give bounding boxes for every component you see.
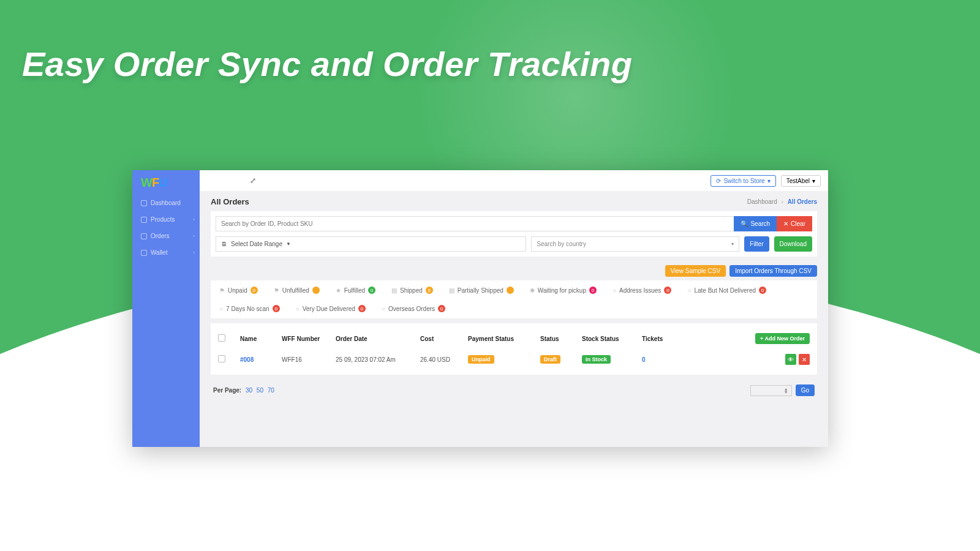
- status-filter-unfulfilled[interactable]: Unfulfilled: [274, 287, 320, 294]
- search-button-label: Search: [750, 220, 770, 227]
- status-count-badge: 0: [251, 287, 258, 294]
- chevron-right-icon: ›: [193, 233, 195, 239]
- truck-icon: [449, 287, 454, 294]
- ring-icon: [612, 287, 616, 294]
- status-filter-shipped[interactable]: Shipped0: [391, 287, 433, 294]
- status-label: Very Due Delivered: [303, 305, 355, 312]
- status-filter-very-due-delivered[interactable]: Very Due Delivered0: [296, 305, 366, 312]
- status-filter-unpaid[interactable]: Unpaid0: [219, 287, 258, 294]
- status-label: Partially Shipped: [458, 287, 503, 294]
- status-label: Address Issues: [619, 287, 661, 294]
- ring-icon: [296, 305, 300, 312]
- col-status: Status: [540, 335, 577, 342]
- refresh-icon: ⟳: [716, 178, 721, 184]
- status-filter-panel: Unpaid0UnfulfilledFulfilled0Shipped0Part…: [211, 280, 817, 318]
- stepper-icon[interactable]: ▲▼: [784, 388, 788, 394]
- sidebar-item-wallet[interactable]: Wallet›: [132, 244, 200, 261]
- add-order-button[interactable]: + Add New Order: [755, 333, 810, 344]
- status-filter-late-but-not-delivered[interactable]: Late But Not Delivered0: [687, 287, 766, 294]
- breadcrumb: Dashboard › All Orders: [747, 198, 817, 205]
- status-label: Shipped: [400, 287, 423, 294]
- app-logo: WFU: [132, 170, 200, 195]
- breadcrumb-root[interactable]: Dashboard: [747, 198, 777, 205]
- close-icon: ✕: [783, 220, 788, 227]
- sidebar-item-products[interactable]: Products›: [132, 211, 200, 228]
- flag-icon: [219, 287, 225, 294]
- clear-button-label: Clear: [791, 220, 805, 227]
- ring-icon: [219, 305, 223, 312]
- page-size-70[interactable]: 70: [268, 387, 274, 394]
- download-button[interactable]: Download: [774, 236, 812, 252]
- view-order-button[interactable]: 👁: [785, 354, 796, 365]
- date-range-select[interactable]: 🗎 Select Date Range ▼: [216, 236, 526, 252]
- delete-order-button[interactable]: ✕: [799, 354, 810, 365]
- sidebar-item-dashboard[interactable]: Dashboard: [132, 195, 200, 211]
- sidebar-item-label: Orders: [151, 233, 170, 239]
- status-count-badge: 0: [273, 305, 280, 312]
- fullscreen-icon[interactable]: ⤢: [250, 176, 256, 185]
- order-cost: 26.40 USD: [420, 356, 463, 363]
- orders-table: Name WFF Number Order Date Cost Payment …: [211, 323, 817, 375]
- search-input[interactable]: [216, 216, 734, 231]
- breadcrumb-current: All Orders: [788, 198, 817, 205]
- sidebar-item-orders[interactable]: Orders›: [132, 228, 200, 244]
- main-content: ⤢ ⟳ Switch to Store ▾ TestAbel ▾ All Ord…: [200, 170, 828, 447]
- truck-icon: [391, 287, 397, 294]
- per-page-label: Per Page:: [213, 387, 241, 394]
- chevron-right-icon: ›: [193, 250, 195, 255]
- go-button[interactable]: Go: [796, 384, 815, 396]
- page-number-input[interactable]: ▲▼: [750, 385, 792, 396]
- switch-store-button[interactable]: ⟳ Switch to Store ▾: [710, 175, 775, 187]
- status-count-badge: 0: [438, 305, 445, 312]
- row-checkbox[interactable]: [218, 355, 225, 362]
- status-count-badge: 0: [368, 287, 375, 294]
- status-count-badge: 0: [426, 287, 433, 294]
- country-select[interactable]: Search by country ▾: [531, 236, 739, 252]
- status-filter-fulfilled[interactable]: Fulfilled0: [336, 287, 375, 294]
- filter-button[interactable]: Filter: [744, 236, 769, 252]
- nav-icon: [141, 217, 147, 223]
- page-header: All Orders Dashboard › All Orders: [200, 191, 828, 211]
- sidebar-item-label: Wallet: [151, 249, 167, 256]
- order-name-link[interactable]: #008: [240, 356, 277, 363]
- pagination: Per Page: 30 50 70 ▲▼ Go: [211, 380, 817, 401]
- status-filter-partially-shipped[interactable]: Partially Shipped: [449, 287, 514, 294]
- chevron-down-icon: ▾: [731, 241, 734, 247]
- clear-button[interactable]: ✕ Clear: [777, 216, 812, 231]
- status-filter-overseas-orders[interactable]: Overseas Orders0: [382, 305, 445, 312]
- select-all-checkbox[interactable]: [218, 334, 225, 342]
- tickets-link[interactable]: 0: [642, 356, 691, 363]
- hero-title: Easy Order Sync and Order Tracking: [22, 44, 632, 84]
- search-button[interactable]: 🔍 Search: [734, 216, 777, 231]
- logo-part-1: W: [141, 176, 152, 190]
- status-count-badge: 0: [589, 287, 597, 294]
- page-size-30[interactable]: 30: [246, 387, 252, 394]
- status-badge: Draft: [540, 355, 560, 364]
- chevron-down-icon: ▾: [812, 178, 815, 184]
- nav-icon: [141, 233, 147, 239]
- status-label: Unfulfilled: [282, 287, 309, 294]
- page-size-selector: Per Page: 30 50 70: [213, 387, 274, 394]
- user-menu-button[interactable]: TestAbel ▾: [781, 175, 821, 187]
- col-date: Order Date: [336, 335, 415, 342]
- status-filter-address-issues[interactable]: Address Issues0: [612, 287, 671, 294]
- app-window: WFU DashboardProducts›Orders›Wallet› ⤢ ⟳…: [132, 170, 828, 447]
- status-filter-7-days-no-scan[interactable]: 7 Days No scan0: [219, 305, 280, 312]
- search-icon: 🔍: [741, 220, 748, 227]
- wff-number: WFF16: [282, 356, 331, 363]
- status-count-badge: 0: [664, 287, 671, 294]
- search-panel: 🔍 Search ✕ Clear 🗎 Select Date Range ▼ S…: [211, 211, 817, 257]
- status-filter-waiting-for-pickup[interactable]: Waiting for pickup0: [530, 287, 597, 294]
- topbar: ⤢ ⟳ Switch to Store ▾ TestAbel ▾: [200, 170, 828, 191]
- flag-icon: [274, 287, 279, 294]
- page-title: All Orders: [211, 197, 249, 206]
- calendar-icon: 🗎: [221, 241, 227, 247]
- page-size-50[interactable]: 50: [257, 387, 263, 394]
- date-range-label: Select Date Range: [231, 241, 282, 247]
- import-csv-button[interactable]: Import Orders Through CSV: [729, 265, 817, 277]
- payment-status-badge: Unpaid: [468, 355, 494, 364]
- view-sample-csv-button[interactable]: View Sample CSV: [665, 265, 726, 277]
- table-header-row: Name WFF Number Order Date Cost Payment …: [218, 329, 810, 350]
- status-label: Fulfilled: [344, 287, 365, 294]
- order-date: 25 09, 2023 07:02 Am: [336, 356, 415, 363]
